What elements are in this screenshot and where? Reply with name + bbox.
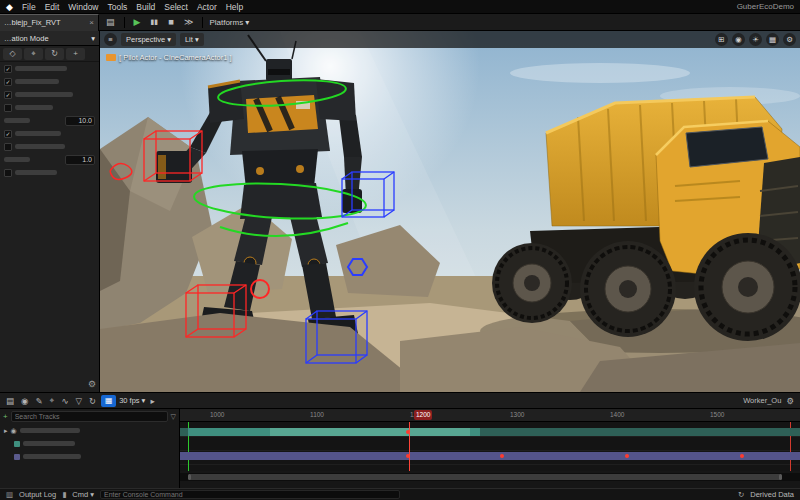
gear-icon[interactable]: ⚙ bbox=[88, 379, 96, 389]
sequencer-save-icon[interactable]: ▤ bbox=[4, 396, 16, 406]
track-row-camera[interactable]: ▸ ◉ bbox=[0, 424, 179, 437]
control-label-bar bbox=[15, 144, 65, 149]
status-bar: ▥ Output Log ▮ Cmd ▾ ↻ Derived Data bbox=[0, 488, 800, 500]
project-name: GuberEcoDemo bbox=[737, 2, 794, 11]
value-field[interactable]: 1.0 bbox=[65, 155, 95, 165]
track-label-bar bbox=[20, 428, 80, 433]
output-log-button[interactable]: Output Log bbox=[19, 490, 56, 499]
keying-icon[interactable]: ⌖ bbox=[48, 395, 57, 406]
timeline-ruler[interactable]: 1000 1100 1200 1300 1400 1500 1200 bbox=[180, 409, 800, 422]
checkbox[interactable]: ✓ bbox=[4, 78, 12, 86]
sequencer-track-list: + ▽ ▸ ◉ bbox=[0, 409, 180, 489]
viewport-settings-icon[interactable]: ⚙ bbox=[783, 33, 796, 46]
menu-edit[interactable]: Edit bbox=[45, 2, 60, 12]
property-label-bar bbox=[4, 157, 30, 162]
truck-wheel-rear bbox=[492, 243, 572, 323]
view-mode-dropdown[interactable]: Lit ▾ bbox=[180, 33, 204, 46]
sequencer-timeline[interactable]: 1000 1100 1200 1300 1400 1500 1200 bbox=[180, 409, 800, 489]
property-row[interactable]: 10.0 bbox=[0, 114, 99, 127]
playhead[interactable] bbox=[409, 422, 410, 471]
derived-data-button[interactable]: Derived Data bbox=[750, 490, 794, 499]
menu-tools[interactable]: Tools bbox=[108, 2, 128, 12]
pivot-tool-icon[interactable]: ⌖ bbox=[24, 48, 43, 60]
transform-track-bar[interactable] bbox=[180, 452, 800, 460]
viewport-scene[interactable] bbox=[100, 31, 800, 392]
chevron-down-icon: ▾ bbox=[90, 490, 94, 499]
console-command-input[interactable] bbox=[100, 490, 400, 499]
playhead-frame-tag[interactable]: 1200 bbox=[414, 410, 432, 420]
checkbox[interactable]: ✓ bbox=[4, 130, 12, 138]
camera-lock-toggle[interactable]: ▦ bbox=[101, 395, 116, 407]
add-tool-icon[interactable]: + bbox=[66, 48, 85, 60]
add-track-button[interactable]: + bbox=[3, 412, 8, 421]
derived-data-icon: ↻ bbox=[738, 490, 744, 499]
track-filter-icon[interactable]: ▽ bbox=[171, 413, 176, 421]
range-thumb[interactable] bbox=[188, 474, 782, 480]
fps-dropdown[interactable]: 30 fps ▾ bbox=[119, 396, 145, 405]
select-tool-icon[interactable]: ◇ bbox=[3, 48, 22, 60]
checkbox[interactable] bbox=[4, 143, 12, 151]
checkbox[interactable]: ✓ bbox=[4, 91, 12, 99]
track-search-input[interactable] bbox=[11, 411, 168, 422]
twisty-icon[interactable]: ▸ bbox=[4, 427, 8, 435]
unreal-logo-icon: ◆ bbox=[6, 2, 13, 12]
viewport-toolbar: ≡ Perspective ▾ Lit ▾ ⊞ ◉ ☀ ▦ ⚙ bbox=[100, 31, 800, 48]
perspective-dropdown[interactable]: Perspective ▾ bbox=[121, 33, 176, 46]
track-row-anim[interactable] bbox=[0, 437, 179, 450]
timeline-range-scrollbar[interactable] bbox=[180, 473, 800, 481]
mode-selector[interactable]: …ation Mode ▾ bbox=[0, 31, 99, 46]
keyframe[interactable] bbox=[740, 454, 744, 458]
maximize-icon[interactable]: ⊞ bbox=[715, 33, 728, 46]
asset-tab[interactable]: …blejp_Fix_RVT × bbox=[0, 14, 99, 31]
keyframe[interactable] bbox=[500, 454, 504, 458]
control-row[interactable]: ✓ bbox=[0, 62, 99, 75]
control-row[interactable]: ✓ bbox=[0, 75, 99, 88]
track-row-transform[interactable] bbox=[0, 450, 179, 463]
keyframe[interactable] bbox=[625, 454, 629, 458]
edit-options-icon[interactable]: ✎ bbox=[33, 396, 44, 406]
hamburger-icon[interactable]: ≡ bbox=[104, 33, 117, 46]
snapper-tool-icon[interactable]: ↻ bbox=[45, 48, 64, 60]
cloud bbox=[510, 63, 690, 83]
grid-snap-icon[interactable]: ▦ bbox=[766, 33, 779, 46]
truck-wheel-mid bbox=[580, 241, 676, 337]
save-button[interactable]: ▤ bbox=[103, 16, 118, 29]
menu-select[interactable]: Select bbox=[164, 2, 188, 12]
control-row[interactable]: ✓ bbox=[0, 88, 99, 101]
marker-icon[interactable]: ▸ bbox=[148, 396, 156, 406]
menu-file[interactable]: File bbox=[22, 2, 36, 12]
checkbox[interactable]: ✓ bbox=[4, 65, 12, 73]
checkbox[interactable] bbox=[4, 169, 12, 177]
level-viewport[interactable]: ≡ Perspective ▾ Lit ▾ ⊞ ◉ ☀ ▦ ⚙ [ Pilot … bbox=[100, 31, 800, 392]
ruler-tick: 1500 bbox=[710, 411, 724, 418]
playback-options-icon[interactable]: ↻ bbox=[87, 396, 98, 406]
play-button[interactable]: ▶ bbox=[131, 16, 144, 29]
platforms-dropdown[interactable]: Platforms ▾ bbox=[209, 18, 249, 27]
timeline-tracks-area[interactable] bbox=[180, 422, 800, 471]
pause-button[interactable]: ▮▮ bbox=[147, 16, 161, 29]
control-row[interactable]: ✓ bbox=[0, 127, 99, 140]
property-row[interactable]: 1.0 bbox=[0, 153, 99, 166]
camera-speed-icon[interactable]: ◉ bbox=[732, 33, 745, 46]
value-field[interactable]: 10.0 bbox=[65, 116, 95, 126]
menu-help[interactable]: Help bbox=[226, 2, 243, 12]
lighting-icon[interactable]: ☀ bbox=[749, 33, 762, 46]
unreal-editor-window: ◆ File Edit Window Tools Build Select Ac… bbox=[0, 0, 800, 500]
curve-editor-icon[interactable]: ∿ bbox=[59, 396, 70, 406]
close-icon[interactable]: × bbox=[89, 18, 94, 27]
chevron-down-icon: ▾ bbox=[142, 396, 146, 405]
menu-actor[interactable]: Actor bbox=[197, 2, 217, 12]
menu-build[interactable]: Build bbox=[136, 2, 155, 12]
ruler-tick: 1400 bbox=[610, 411, 624, 418]
sequencer-camera-icon[interactable]: ◉ bbox=[19, 396, 30, 406]
cmd-dropdown[interactable]: Cmd ▾ bbox=[72, 490, 94, 499]
checkbox[interactable] bbox=[4, 104, 12, 112]
stop-button[interactable]: ◼ bbox=[165, 16, 177, 29]
menu-window[interactable]: Window bbox=[68, 2, 98, 12]
skip-button[interactable]: ≫ bbox=[181, 16, 196, 29]
filter-icon[interactable]: ▽ bbox=[74, 396, 85, 406]
sequencer-settings-icon[interactable]: ⚙ bbox=[784, 396, 796, 406]
control-row[interactable] bbox=[0, 140, 99, 153]
control-row[interactable] bbox=[0, 101, 99, 114]
control-row[interactable] bbox=[0, 166, 99, 179]
